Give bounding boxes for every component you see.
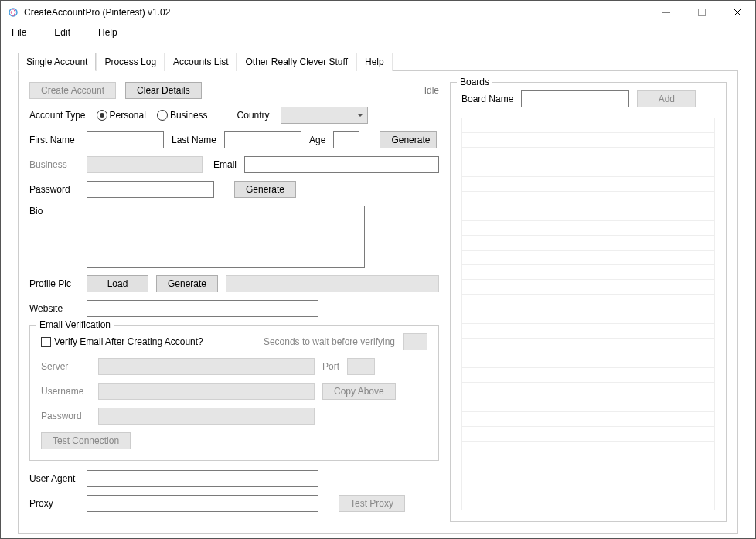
seconds-label: Seconds to wait before verifying (264, 336, 395, 347)
tab-accounts-list[interactable]: Accounts List (165, 53, 237, 71)
app-icon (7, 6, 19, 19)
left-column: Create Account Clear Details Idle Accoun… (29, 82, 439, 522)
generate-pic-button[interactable]: Generate (156, 275, 218, 292)
email-verification-legend: Email Verification (36, 319, 114, 330)
user-agent-input[interactable] (87, 470, 318, 487)
menu-file[interactable]: File (7, 26, 31, 39)
maximize-button[interactable] (684, 1, 720, 24)
username-label: Username (41, 386, 90, 397)
country-label: Country (237, 110, 270, 121)
port-label: Port (322, 361, 339, 372)
boards-group: Boards Board Name Add (450, 82, 727, 522)
tab-process-log[interactable]: Process Log (96, 53, 165, 71)
boards-list[interactable] (461, 118, 715, 510)
email-input[interactable] (244, 156, 439, 173)
profile-pic-label: Profile Pic (29, 278, 79, 289)
boards-legend: Boards (457, 77, 492, 87)
bio-input[interactable] (87, 206, 365, 268)
seconds-input (403, 333, 427, 350)
last-name-label: Last Name (172, 135, 216, 145)
first-name-label: First Name (29, 135, 79, 145)
radio-personal-wrap[interactable]: Personal (97, 110, 146, 121)
minimize-button[interactable] (649, 1, 684, 24)
ev-username-input (98, 383, 315, 400)
board-name-input[interactable] (521, 90, 629, 107)
email-label: Email (213, 159, 237, 170)
menu-edit[interactable]: Edit (49, 26, 75, 39)
tab-clever[interactable]: Other Really Clever Stuff (237, 53, 356, 71)
load-button[interactable]: Load (87, 275, 148, 292)
test-connection-button[interactable]: Test Connection (41, 432, 131, 449)
tab-single-account[interactable]: Single Account (18, 53, 96, 71)
password-input[interactable] (87, 181, 214, 198)
tabs: Single Account Process Log Accounts List… (18, 52, 738, 71)
age-input[interactable] (333, 131, 359, 148)
bio-label: Bio (29, 206, 79, 217)
port-input (347, 358, 375, 375)
verify-checkbox[interactable] (41, 337, 51, 347)
business-label: Business (29, 159, 79, 170)
menu-help[interactable]: Help (94, 26, 122, 39)
create-account-button[interactable]: Create Account (29, 82, 116, 99)
user-agent-label: User Agent (29, 473, 79, 484)
window-title: CreateAccountPro (Pinterest) v1.02 (24, 7, 649, 18)
server-input (98, 358, 315, 375)
titlebar: CreateAccountPro (Pinterest) v1.02 (1, 1, 755, 24)
last-name-input[interactable] (224, 131, 301, 148)
tab-help[interactable]: Help (356, 53, 393, 71)
business-input (87, 156, 203, 173)
window-controls (649, 1, 755, 24)
profile-pic-path (226, 275, 439, 292)
account-type-label: Account Type (29, 110, 86, 121)
proxy-label: Proxy (29, 498, 79, 509)
verify-checkbox-wrap[interactable]: Verify Email After Creating Account? (41, 336, 203, 347)
website-label: Website (29, 303, 79, 314)
country-select[interactable] (281, 107, 368, 124)
svg-rect-2 (699, 9, 706, 16)
website-input[interactable] (87, 300, 318, 317)
add-board-button[interactable]: Add (637, 90, 696, 107)
radio-business[interactable] (157, 110, 168, 121)
board-name-label: Board Name (461, 94, 513, 104)
password-label: Password (29, 184, 79, 195)
radio-personal[interactable] (97, 110, 107, 121)
age-label: Age (309, 135, 325, 145)
copy-above-button[interactable]: Copy Above (322, 383, 396, 400)
ev-password-input (98, 408, 315, 425)
menubar: File Edit Help (1, 24, 755, 44)
email-verification-group: Email Verification Verify Email After Cr… (29, 325, 439, 461)
ev-password-label: Password (41, 411, 90, 421)
clear-details-button[interactable]: Clear Details (125, 82, 202, 99)
status-label: Idle (424, 85, 439, 96)
close-button[interactable] (720, 1, 755, 24)
generate-name-button[interactable]: Generate (380, 131, 437, 148)
tab-content: Create Account Clear Details Idle Accoun… (18, 71, 738, 534)
server-label: Server (41, 361, 90, 372)
radio-business-wrap[interactable]: Business (157, 110, 208, 121)
proxy-input[interactable] (87, 495, 318, 512)
generate-password-button[interactable]: Generate (234, 181, 296, 198)
first-name-input[interactable] (87, 131, 164, 148)
test-proxy-button[interactable]: Test Proxy (339, 495, 405, 512)
